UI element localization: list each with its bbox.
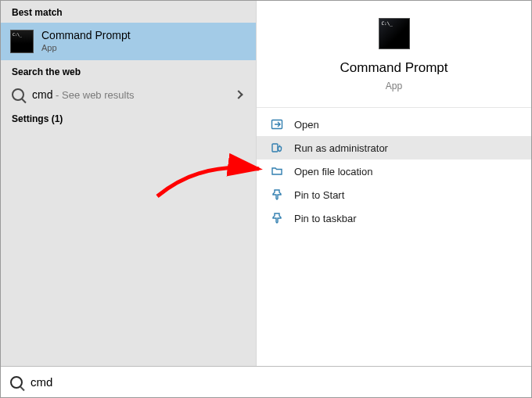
action-pin-to-taskbar[interactable]: Pin to taskbar: [257, 206, 531, 230]
pin-start-icon: [271, 188, 283, 201]
settings-header: Settings (1): [1, 107, 256, 129]
start-search-panel: Best match Command Prompt App Search the…: [0, 0, 532, 398]
shield-icon: [271, 142, 283, 154]
best-match-subtitle: App: [41, 43, 131, 54]
svg-rect-1: [272, 144, 278, 152]
app-large-icon: [379, 18, 410, 49]
search-icon: [12, 88, 24, 101]
left-column: Best match Command Prompt App Search the…: [1, 1, 257, 366]
action-open-file-location[interactable]: Open file location: [257, 160, 531, 183]
search-web-text: cmd - See web results: [32, 88, 228, 101]
action-open-label: Open: [294, 119, 319, 131]
action-run-as-administrator[interactable]: Run as administrator: [257, 136, 531, 160]
search-web-item[interactable]: cmd - See web results: [1, 82, 256, 107]
search-web-suffix: - See web results: [52, 89, 134, 101]
app-subtitle: App: [386, 81, 402, 91]
search-web-header: Search the web: [1, 60, 256, 82]
actions-list: Open Run as administrator Open file loca…: [257, 108, 531, 230]
action-pin-start-label: Pin to Start: [294, 189, 344, 201]
best-match-item[interactable]: Command Prompt App: [1, 23, 256, 60]
best-match-title: Command Prompt: [41, 29, 131, 43]
best-match-texts: Command Prompt App: [41, 29, 131, 53]
pin-taskbar-icon: [271, 212, 283, 224]
command-prompt-icon: [10, 30, 34, 53]
search-bar[interactable]: [1, 366, 531, 397]
right-column: Command Prompt App Open Run as administr…: [257, 1, 531, 366]
content-area: Best match Command Prompt App Search the…: [1, 1, 531, 366]
search-input[interactable]: [31, 375, 522, 389]
best-match-header: Best match: [1, 1, 256, 23]
chevron-right-icon: [234, 90, 243, 99]
action-pin-to-start[interactable]: Pin to Start: [257, 183, 531, 206]
action-run-admin-label: Run as administrator: [294, 142, 388, 154]
folder-icon: [271, 165, 283, 177]
open-icon: [271, 118, 283, 131]
action-open-loc-label: Open file location: [294, 166, 372, 177]
hero: Command Prompt App: [257, 1, 531, 108]
search-web-query: cmd: [32, 88, 52, 101]
search-icon: [10, 376, 23, 389]
app-title: Command Prompt: [340, 60, 448, 76]
action-pin-taskbar-label: Pin to taskbar: [294, 213, 357, 224]
action-open[interactable]: Open: [257, 113, 531, 136]
